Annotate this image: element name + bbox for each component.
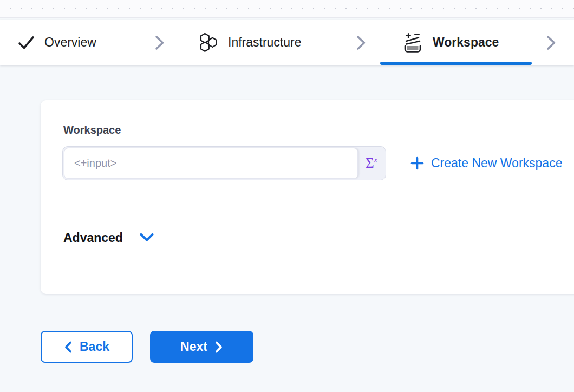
dots-background: [0, 0, 574, 18]
formula-button[interactable]: Σx: [357, 147, 386, 180]
workspace-form-card: Workspace Σx Create New Workspace Advanc…: [41, 100, 574, 294]
step-workspace[interactable]: Workspace: [402, 20, 499, 65]
create-workspace-link[interactable]: Create New Workspace: [410, 154, 562, 172]
step-infrastructure[interactable]: Infrastructure: [198, 20, 302, 65]
next-button[interactable]: Next: [150, 331, 253, 363]
wizard-stepper: Overview Infrastructure: [0, 20, 574, 65]
back-button[interactable]: Back: [41, 331, 133, 363]
stack-icon: [402, 31, 423, 54]
chevron-right-icon: [154, 20, 166, 65]
chevron-left-icon: [64, 341, 72, 354]
workspace-input-group: Σx: [62, 146, 386, 180]
chevron-right-icon: [355, 20, 367, 65]
check-icon: [17, 35, 35, 51]
workspace-wizard-screen: Overview Infrastructure: [0, 0, 574, 392]
chevron-right-icon: [215, 341, 223, 354]
step-label: Overview: [44, 35, 96, 50]
create-workspace-link-label: Create New Workspace: [431, 156, 562, 171]
workspace-input[interactable]: [64, 148, 358, 179]
plus-icon: [410, 156, 424, 170]
next-button-label: Next: [180, 339, 207, 354]
step-label: Infrastructure: [228, 35, 302, 50]
active-step-underline: [380, 62, 532, 65]
step-label: Workspace: [433, 35, 499, 50]
advanced-toggle[interactable]: Advanced: [63, 228, 154, 247]
chevron-right-icon: [545, 20, 557, 65]
hexagons-icon: [198, 32, 219, 54]
step-overview[interactable]: Overview: [17, 20, 96, 65]
workspace-field-label: Workspace: [63, 124, 121, 136]
back-button-label: Back: [80, 339, 109, 354]
chevron-down-icon: [139, 232, 154, 243]
sigma-icon: Σx: [366, 156, 377, 171]
advanced-label: Advanced: [63, 231, 123, 245]
